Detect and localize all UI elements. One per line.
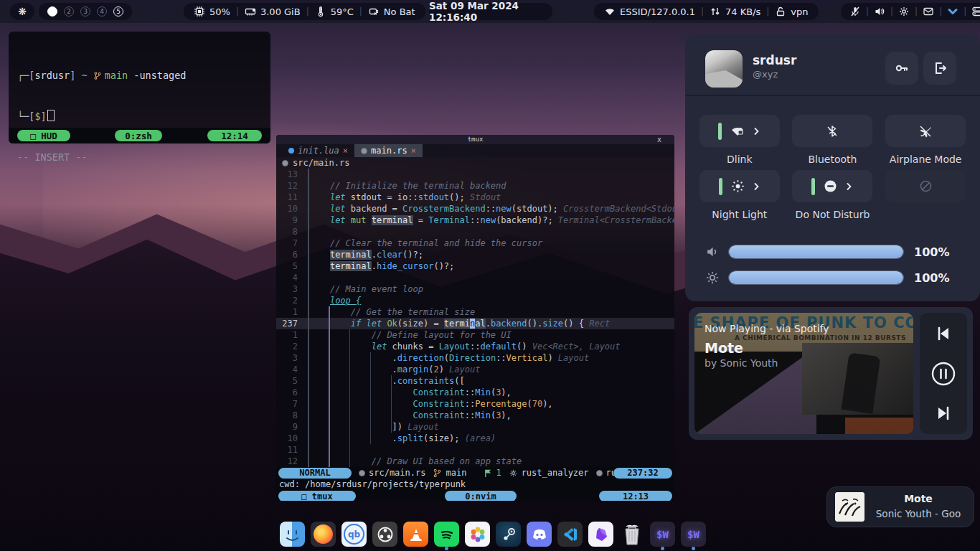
dock-app-spotify[interactable] (434, 522, 459, 550)
hud-tmux-bar: □ HUD 0:zsh 12:14 (9, 128, 270, 143)
rust-icon (359, 470, 365, 476)
settings-gear-icon[interactable] (898, 6, 910, 17)
buffer-tabs: init.lua × main.rs × (276, 144, 674, 157)
code-line: 4 (276, 272, 674, 283)
code-line: 6 Constraint::Min(3), (276, 387, 674, 398)
code-line: 10 .split(size); (area) (276, 433, 674, 444)
toggle-bluetooth[interactable] (792, 115, 872, 147)
code-line: 10 let backend = CrosstermBackend::new(s… (276, 203, 674, 215)
toggle-dlink[interactable] (699, 115, 780, 147)
dashboard-icon[interactable] (971, 6, 980, 17)
clock[interactable]: Sat 09 Mar 2024 12:16:40 (429, 3, 552, 20)
lua-icon (288, 148, 294, 154)
dock-app-finder[interactable] (280, 522, 305, 550)
dock-app-vlc[interactable] (403, 522, 428, 550)
mail-tray-icon[interactable] (923, 6, 934, 17)
code-line: 11 let stdout = io::stdout(); Stdout (276, 192, 674, 203)
tab-main-rs[interactable]: main.rs × (354, 144, 423, 157)
toggle-label: Do Not Disturb (796, 209, 870, 221)
tmux-window-nvim[interactable]: 0:nvim (445, 491, 517, 501)
dock: qb$W$W (280, 522, 706, 550)
next-button[interactable] (934, 404, 953, 423)
network-speed: 74 KB/s (725, 6, 760, 17)
workspace-1[interactable] (47, 6, 57, 17)
ram-usage: 3.00 GiB (260, 6, 301, 17)
brightness-slider[interactable] (728, 270, 904, 285)
active-indicator (811, 178, 815, 195)
code-line: 1 // Define layout for the UI (276, 329, 674, 341)
dock-app-obsidian[interactable] (588, 522, 613, 550)
snowflake-icon[interactable]: ❋ (10, 3, 34, 20)
prompt-line-2: └─[$] (17, 110, 262, 123)
avatar[interactable] (705, 50, 743, 88)
code-line: 7 // Clear the terminal and hide the cur… (276, 237, 674, 249)
system-stats: 50% | 3.00 GiB | 59°C | No Bat (184, 3, 425, 20)
window-close-button[interactable]: x (657, 135, 661, 144)
rust-icon (596, 470, 603, 476)
tmux-session-hud[interactable]: □ HUD (17, 130, 70, 141)
mic-muted-icon[interactable] (849, 6, 861, 17)
track-artist: by Sonic Youth (705, 357, 778, 369)
sun-icon (731, 179, 745, 193)
tab-close-icon[interactable]: × (343, 146, 348, 156)
tmux-window-zsh[interactable]: 0:zsh (115, 130, 162, 141)
breadcrumb: src/main.rs (276, 157, 674, 169)
toggle-label: Bluetooth (809, 154, 857, 166)
toggle-label: Airplane Mode (890, 154, 962, 166)
media-notification[interactable]: Mote Sonic Youth - Goo (826, 486, 974, 527)
volume-slider[interactable] (728, 245, 904, 259)
key-icon (894, 60, 910, 76)
brightness-slider-fill (729, 271, 903, 284)
notification-body: Sonic Youth - Goo (869, 508, 968, 519)
dock-app-obs[interactable] (372, 522, 397, 550)
code-area[interactable]: 1312 // Initialize the terminal backend1… (276, 169, 674, 467)
tab-close-icon[interactable]: × (411, 146, 416, 156)
workspace-4[interactable]: 4 (97, 6, 107, 17)
pause-button[interactable] (930, 361, 956, 387)
user-name: srdusr (753, 53, 796, 67)
active-indicator (718, 123, 722, 140)
chevron-right-icon[interactable] (753, 183, 760, 190)
terminal-cursor (47, 110, 55, 121)
dock-app-discord[interactable] (527, 522, 552, 550)
toggle-empty[interactable] (885, 170, 966, 202)
temperature: 59°C (331, 6, 354, 17)
cpu-icon (194, 6, 205, 17)
lsp-name: rust_analyzer (522, 468, 589, 478)
notification-album-thumb (835, 492, 864, 522)
toggle-night-light[interactable] (699, 170, 780, 202)
cpu-usage: 50% (209, 6, 230, 17)
track-title: Mote (705, 340, 743, 356)
logout-button[interactable] (923, 52, 956, 85)
dock-app-photos[interactable] (465, 522, 490, 550)
dock-app-wezterm[interactable]: $W (650, 522, 675, 550)
chevron-right-icon[interactable] (846, 183, 853, 190)
workspace-5[interactable]: 5 (113, 6, 123, 17)
dock-app-qbittorrent[interactable]: qb (341, 522, 367, 550)
password-key-button[interactable] (885, 52, 918, 85)
dock-app-wezterm-2[interactable]: $W (681, 522, 706, 550)
code-line: 5 .constraints([ (276, 375, 674, 387)
dock-app-vscode[interactable] (557, 522, 583, 550)
wifi-icon (604, 6, 616, 17)
toggle-do-not-disturb[interactable] (792, 170, 872, 202)
volume-value: 100% (914, 245, 949, 259)
dock-app-trash[interactable] (619, 522, 644, 550)
dock-app-steam[interactable] (496, 522, 521, 550)
tab-init-lua[interactable]: init.lua × (282, 144, 354, 157)
workspace-2[interactable]: 2 (64, 6, 74, 17)
speaker-icon[interactable] (874, 6, 885, 17)
previous-button[interactable] (934, 324, 953, 343)
code-line: 8 (276, 226, 674, 237)
brightness-value: 100% (914, 271, 949, 285)
chevron-right-icon[interactable] (753, 128, 760, 135)
tmux-session-name[interactable]: □ tmux (278, 491, 356, 501)
album-art[interactable]: THE SHAPE OF PUNK TO COME A CHIMERICAL B… (694, 313, 913, 434)
battery-missing-icon (368, 6, 380, 17)
dock-app-firefox[interactable] (311, 522, 336, 550)
workspace-3[interactable]: 3 (80, 6, 90, 17)
hud-terminal-window[interactable]: ┌─[srdusr] ~ main -unstaged └─[$] -- INS… (9, 32, 270, 143)
toggle-airplane-mode[interactable] (885, 115, 966, 147)
editor-window[interactable]: tmux x init.lua × main.rs × src/main.rs … (276, 135, 674, 501)
chevron-down-icon[interactable] (947, 6, 958, 17)
